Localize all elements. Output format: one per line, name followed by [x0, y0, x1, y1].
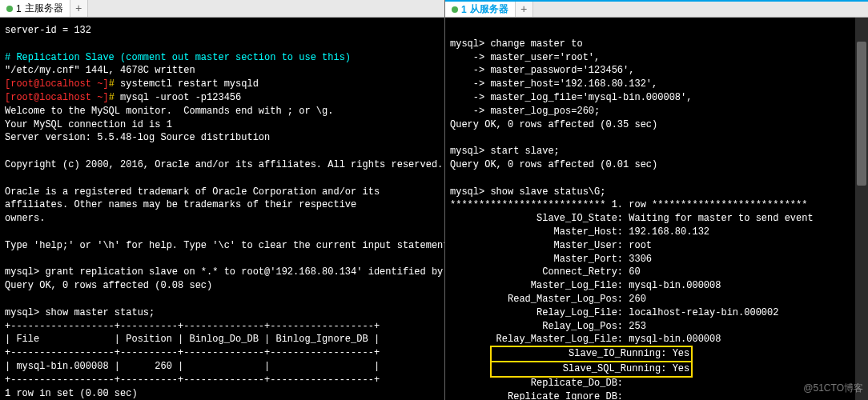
terminal-line: [root@localhost ~]# systemctl restart my… — [5, 78, 440, 91]
scrollbar[interactable] — [855, 18, 868, 400]
terminal-line: Master_Log_File: mysql-bin.000008 — [450, 279, 850, 293]
terminal-line — [5, 253, 440, 266]
terminal-line: -> master_host='192.168.80.132', — [450, 78, 850, 91]
terminal-line: mysql> show master status; — [5, 306, 440, 320]
highlight-box: Slave_SQL_Running: Yes — [490, 361, 693, 378]
terminal-line: -> master_password='123456', — [450, 64, 850, 78]
terminal-line — [450, 131, 850, 145]
terminal-line — [450, 24, 850, 38]
terminal-line: +------------------+----------+---------… — [5, 320, 440, 334]
terminal-line: | File | Position | Binlog_Do_DB | Binlo… — [5, 333, 440, 346]
terminal-line: Copyright (c) 2000, 2016, Oracle and/or … — [5, 158, 440, 172]
right-pane: 1 从服务器 + mysql> change master to -> mast… — [444, 0, 868, 400]
terminal-line — [5, 172, 440, 186]
scrollbar-thumb[interactable] — [857, 42, 866, 186]
terminal-line: Server version: 5.5.48-log Source distri… — [5, 131, 440, 145]
terminal-right[interactable]: mysql> change master to -> master_user='… — [445, 18, 855, 400]
terminal-line: owners. — [5, 212, 440, 226]
terminal-line: Welcome to the MySQL monitor. Commands e… — [5, 105, 440, 118]
terminal-line: -> master_log_file='mysql-bin.000008', — [450, 91, 850, 105]
tab-label: 从服务器 — [470, 2, 508, 16]
terminal-line — [5, 38, 440, 51]
highlight-box: Slave_IO_Running: Yes — [490, 346, 693, 362]
terminal-line: Query OK, 0 rows affected (0.08 sec) — [5, 279, 440, 293]
plus-icon: + — [520, 3, 527, 16]
terminal-line: mysql> change master to — [450, 38, 850, 51]
tab-slave[interactable]: 1 从服务器 — [445, 2, 516, 17]
tab-master[interactable]: 1 主服务器 — [0, 0, 70, 17]
terminal-line: Replicate_Ignore_DB: — [450, 390, 850, 400]
terminal-line: Read_Master_Log_Pos: 260 — [450, 293, 850, 306]
terminal-line: Master_Port: 3306 — [450, 253, 850, 266]
plus-icon: + — [75, 2, 82, 15]
terminal-line: mysql> grant replication slave on *.* to… — [5, 266, 440, 279]
terminal-line: -> master_user='root', — [450, 51, 850, 65]
terminal-line — [5, 145, 440, 158]
terminal-line: # Replication Slave (comment out master … — [5, 51, 440, 65]
tab-label: 主服务器 — [25, 2, 63, 15]
terminal-line: Relay_Log_File: localhost-relay-bin.0000… — [450, 306, 850, 320]
terminal-line: Master_User: root — [450, 239, 850, 253]
terminal-left[interactable]: server-id = 132 # Replication Slave (com… — [0, 18, 444, 400]
terminal-line: Query OK, 0 rows affected (0.01 sec) — [450, 158, 850, 172]
terminal-line: 1 row in set (0.00 sec) — [5, 387, 440, 400]
terminal-line: server-id = 132 — [5, 24, 440, 38]
terminal-line: Replicate_Do_DB: — [450, 377, 850, 390]
terminal-line — [5, 293, 440, 306]
terminal-line: -> master_log_pos=260; — [450, 105, 850, 118]
new-tab-button[interactable]: + — [70, 0, 88, 17]
terminal-line: Slave_IO_State: Waiting for master to se… — [450, 212, 850, 226]
terminal-line: | mysql-bin.000008 | 260 | | | — [5, 360, 440, 374]
terminal-line: Oracle is a registered trademark of Orac… — [5, 186, 440, 199]
terminal-line: Connect_Retry: 60 — [450, 266, 850, 279]
terminal-line: [root@localhost ~]# mysql -uroot -p12345… — [5, 91, 440, 105]
tab-index: 1 — [16, 3, 22, 14]
terminal-line: "/etc/my.cnf" 144L, 4678C written — [5, 64, 440, 78]
terminal-line: Type 'help;' or '\h' for help. Type '\c'… — [5, 239, 440, 253]
terminal-line: +------------------+----------+---------… — [5, 374, 440, 387]
terminal-line: Your MySQL connection id is 1 — [5, 118, 440, 132]
tab-index: 1 — [461, 4, 467, 15]
terminal-line: Slave_SQL_Running: Yes — [450, 362, 850, 377]
terminal-line — [5, 226, 440, 239]
terminal-line: Query OK, 0 rows affected (0.35 sec) — [450, 118, 850, 132]
terminal-line: Relay_Master_Log_File: mysql-bin.000008 — [450, 333, 850, 346]
terminal-line: Master_Host: 192.168.80.132 — [450, 226, 850, 239]
terminal-line: Slave_IO_Running: Yes — [450, 346, 850, 362]
terminal-line: affiliates. Other names may be trademark… — [5, 198, 440, 212]
watermark: @51CTO博客 — [803, 382, 863, 395]
status-dot-icon — [6, 6, 13, 12]
terminal-line — [450, 172, 850, 186]
terminal-line: mysql> start slave; — [450, 145, 850, 158]
left-pane: 1 主服务器 + server-id = 132 # Replication S… — [0, 0, 444, 400]
right-tabbar: 1 从服务器 + — [445, 0, 868, 18]
terminal-line: Relay_Log_Pos: 253 — [450, 320, 850, 334]
terminal-line: *************************** 1. row *****… — [450, 198, 850, 212]
terminal-line: +------------------+----------+---------… — [5, 346, 440, 360]
left-tabbar: 1 主服务器 + — [0, 0, 444, 18]
new-tab-button[interactable]: + — [516, 2, 533, 17]
terminal-line: mysql> show slave status\G; — [450, 186, 850, 199]
status-dot-icon — [452, 6, 458, 13]
